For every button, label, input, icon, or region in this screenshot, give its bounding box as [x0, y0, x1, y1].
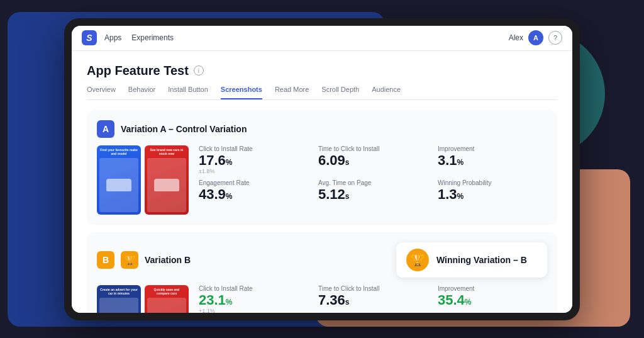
tab-install-button[interactable]: Install Button: [168, 86, 208, 99]
metric-value-2b: 7.36s: [318, 293, 428, 307]
tab-audience[interactable]: Audience: [372, 86, 401, 99]
tab-read-more[interactable]: Read More: [275, 86, 309, 99]
metric-label-6a: Winning Probability: [438, 179, 547, 186]
nav-links: Apps Experiments: [104, 33, 174, 42]
metric-value-3b: 35.4%: [438, 293, 547, 307]
variation-a-screenshot-2: See brand new cars in stock now: [145, 145, 189, 215]
metric-value-5a: 5.12s: [318, 188, 428, 201]
metric-label-1b: Click to Install Rate: [199, 285, 308, 292]
car-placeholder-a2: [147, 158, 186, 212]
metric-click-install-rate-a: Click to Install Rate 17.6% ±1.8%: [199, 145, 308, 174]
nav-logo: S: [82, 30, 97, 45]
metric-value-1a: 17.6%: [199, 154, 308, 167]
variation-a-title: Variation A – Control Variation: [121, 124, 247, 134]
nav-avatar[interactable]: A: [528, 30, 543, 45]
metric-value-3a: 3.1%: [438, 154, 547, 167]
metric-label-2a: Time to Click to Install: [318, 145, 428, 152]
nav-apps[interactable]: Apps: [104, 33, 121, 42]
page-title-row: App Feature Test i: [87, 64, 557, 78]
variation-b-metrics: Click to Install Rate 23.1% +1.1% Time t…: [199, 285, 547, 313]
tabs-container: Overview Behavior Install Button Screens…: [87, 86, 557, 100]
metric-time-click-install-a: Time to Click to Install 6.09s: [318, 145, 428, 174]
top-nav: S Apps Experiments Alex A ?: [72, 26, 572, 51]
metric-value-1b: 23.1%: [199, 293, 308, 307]
variation-a-metrics: Click to Install Rate 17.6% ±1.8% Time t…: [199, 145, 547, 201]
metric-label-1a: Click to Install Rate: [199, 145, 308, 152]
page-title: App Feature Test: [87, 64, 189, 78]
car-placeholder-a1: [99, 158, 138, 212]
variation-b-header-row: B 🏆 Variation B 🏆 Winning Variation – B: [97, 242, 547, 278]
winning-variation-banner: 🏆 Winning Variation – B: [396, 242, 547, 278]
metric-winning-prob-a: Winning Probability 1.3%: [438, 179, 547, 201]
metric-time-click-install-b: Time to Click to Install 7.36s: [318, 285, 428, 313]
device-frame: S Apps Experiments Alex A ?: [64, 18, 580, 320]
metric-value-4a: 43.9%: [199, 188, 308, 201]
car-shape-a2: [154, 179, 179, 191]
car-placeholder-b1: [99, 298, 138, 313]
logo-letter: S: [86, 33, 92, 43]
variation-a-header: A Variation A – Control Variation: [97, 120, 547, 138]
scene: S Apps Experiments Alex A ?: [20, 12, 624, 327]
winning-trophy-icon: 🏆: [406, 249, 429, 271]
metric-avg-time-a: Avg. Time on Page 5.12s: [318, 179, 428, 201]
variation-b-badge: B: [97, 251, 114, 269]
variation-a-body: Find your favourite make and model See b…: [97, 145, 547, 215]
metric-value-2a: 6.09s: [318, 154, 428, 167]
device-screen: S Apps Experiments Alex A ?: [72, 26, 572, 313]
car-placeholder-b2: [147, 298, 186, 313]
variation-a-badge: A: [97, 120, 114, 138]
metric-label-5a: Avg. Time on Page: [318, 179, 428, 186]
variation-b-screenshot-2: Quickly save and compare cars: [145, 285, 189, 313]
screenshot-a1-text: Find your favourite make and model: [99, 148, 138, 155]
metric-click-install-rate-b: Click to Install Rate 23.1% +1.1%: [199, 285, 308, 313]
winning-text: Winning Variation – B: [436, 255, 527, 265]
metric-engagement-rate-a: Engagement Rate 43.9%: [199, 179, 308, 201]
metric-label-2b: Time to Click to Install: [318, 285, 428, 292]
variation-a-screenshot-1: Find your favourite make and model: [97, 145, 141, 215]
screenshot-a2-text: See brand new cars in stock now: [147, 148, 186, 155]
variation-b-screenshots: Create an advert for your car in minutes…: [97, 285, 189, 313]
nav-help-button[interactable]: ?: [548, 31, 562, 45]
variation-b-body: Create an advert for your car in minutes…: [97, 285, 547, 313]
metric-value-6a: 1.3%: [438, 188, 547, 201]
variation-b-section: B 🏆 Variation B 🏆 Winning Variation – B: [87, 232, 557, 313]
nav-user-name: Alex: [509, 33, 523, 42]
variation-a-screenshots: Find your favourite make and model See b…: [97, 145, 189, 215]
variation-b-screenshot-1: Create an advert for your car in minutes: [97, 285, 141, 313]
variation-b-trophy-badge: 🏆: [121, 251, 138, 269]
tab-screenshots[interactable]: Screenshots: [221, 86, 262, 99]
metric-label-3a: Improvement: [438, 145, 547, 152]
metric-label-3b: Improvement: [438, 285, 547, 292]
tab-overview[interactable]: Overview: [87, 86, 116, 99]
variation-b-title: Variation B: [145, 255, 191, 265]
metric-improvement-a: Improvement 3.1%: [438, 145, 547, 174]
page-info-icon[interactable]: i: [194, 65, 204, 76]
variation-a-section: A Variation A – Control Variation Find y…: [87, 110, 557, 225]
metric-sub-1b: +1.1%: [199, 308, 308, 313]
tab-scroll-depth[interactable]: Scroll Depth: [321, 86, 359, 99]
screenshot-b1-text: Create an advert for your car in minutes: [99, 288, 138, 295]
main-content: App Feature Test i Overview Behavior Ins…: [72, 51, 572, 313]
metric-improvement-b: Improvement 35.4%: [438, 285, 547, 313]
nav-experiments[interactable]: Experiments: [131, 33, 174, 42]
screenshot-b2-text: Quickly save and compare cars: [147, 288, 186, 295]
car-shape-a1: [106, 179, 131, 191]
metric-sub-1a: ±1.8%: [199, 168, 308, 174]
nav-right: Alex A ?: [509, 30, 562, 45]
tab-behavior[interactable]: Behavior: [128, 86, 155, 99]
metric-label-4a: Engagement Rate: [199, 179, 308, 186]
